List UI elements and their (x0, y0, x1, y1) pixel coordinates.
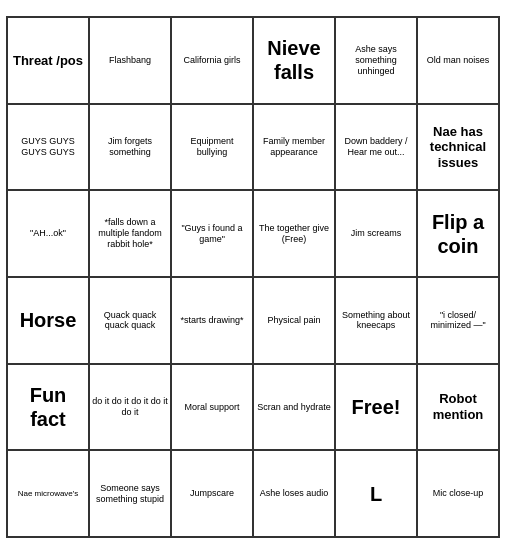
bingo-cell-9[interactable]: Family member appearance (254, 105, 336, 192)
bingo-cell-8[interactable]: Equipment bullying (172, 105, 254, 192)
bingo-cell-0[interactable]: Threat /pos (8, 18, 90, 105)
bingo-cell-25[interactable]: do it do it do it do it do it (90, 365, 172, 452)
bingo-cell-32[interactable]: Jumpscare (172, 451, 254, 538)
bingo-cell-17[interactable]: Flip a coin (418, 191, 500, 278)
bingo-cell-12[interactable]: "AH...ok" (8, 191, 90, 278)
bingo-cell-28[interactable]: Free! (336, 365, 418, 452)
bingo-cell-22[interactable]: Something about kneecaps (336, 278, 418, 365)
bingo-cell-19[interactable]: Quack quack quack quack (90, 278, 172, 365)
bingo-cell-30[interactable]: Nae microwave's (8, 451, 90, 538)
bingo-cell-2[interactable]: California girls (172, 18, 254, 105)
bingo-grid: Threat /posFlashbangCalifornia girlsNiev… (6, 16, 500, 538)
bingo-cell-31[interactable]: Someone says something stupid (90, 451, 172, 538)
bingo-cell-5[interactable]: Old man noises (418, 18, 500, 105)
bingo-cell-16[interactable]: Jim screams (336, 191, 418, 278)
bingo-cell-15[interactable]: The together give (Free) (254, 191, 336, 278)
bingo-cell-11[interactable]: Nae has technical issues (418, 105, 500, 192)
bingo-cell-35[interactable]: Mic close-up (418, 451, 500, 538)
bingo-cell-1[interactable]: Flashbang (90, 18, 172, 105)
bingo-cell-33[interactable]: Ashe loses audio (254, 451, 336, 538)
bingo-title (6, 6, 500, 16)
bingo-cell-18[interactable]: Horse (8, 278, 90, 365)
bingo-cell-23[interactable]: "i closed/ minimized —" (418, 278, 500, 365)
bingo-cell-4[interactable]: Ashe says something unhinged (336, 18, 418, 105)
bingo-cell-21[interactable]: Physical pain (254, 278, 336, 365)
bingo-cell-13[interactable]: *falls down a multiple fandom rabbit hol… (90, 191, 172, 278)
bingo-cell-10[interactable]: Down baddery / Hear me out... (336, 105, 418, 192)
bingo-cell-27[interactable]: Scran and hydrate (254, 365, 336, 452)
bingo-cell-3[interactable]: Nieve falls (254, 18, 336, 105)
bingo-cell-24[interactable]: Fun fact (8, 365, 90, 452)
bingo-cell-6[interactable]: GUYS GUYS GUYS GUYS (8, 105, 90, 192)
bingo-cell-34[interactable]: L (336, 451, 418, 538)
bingo-cell-14[interactable]: "Guys i found a game" (172, 191, 254, 278)
bingo-cell-20[interactable]: *starts drawing* (172, 278, 254, 365)
bingo-cell-29[interactable]: Robot mention (418, 365, 500, 452)
bingo-cell-7[interactable]: Jim forgets something (90, 105, 172, 192)
bingo-cell-26[interactable]: Moral support (172, 365, 254, 452)
